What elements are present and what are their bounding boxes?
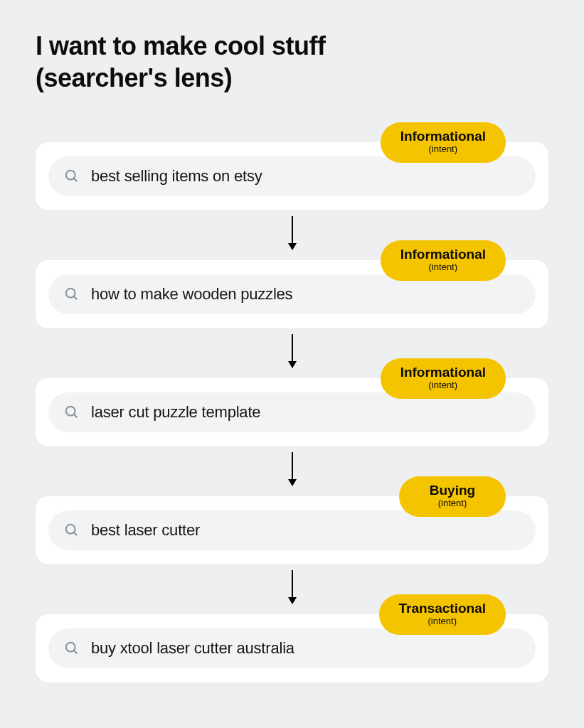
- search-query: buy xtool laser cutter australia: [91, 639, 294, 658]
- svg-marker-3: [288, 243, 297, 250]
- svg-point-4: [66, 289, 75, 298]
- intent-subtext: (intent): [419, 498, 486, 508]
- search-icon: [64, 523, 80, 538]
- search-query: best selling items on etsy: [91, 167, 262, 186]
- intent-label: Informational: [400, 129, 486, 144]
- svg-marker-7: [288, 361, 297, 368]
- svg-line-5: [74, 296, 78, 300]
- intent-label: Informational: [400, 365, 486, 380]
- search-step: Buying (intent) best laser cutter: [36, 496, 548, 564]
- intent-badge: Transactional (intent): [379, 594, 506, 635]
- search-query: laser cut puzzle template: [91, 403, 260, 422]
- svg-line-9: [74, 414, 78, 418]
- svg-marker-11: [288, 479, 297, 486]
- search-step: Transactional (intent) buy xtool laser c…: [36, 614, 548, 682]
- svg-point-0: [66, 171, 75, 180]
- search-flow: Informational (intent) best selling item…: [36, 131, 548, 682]
- svg-point-16: [66, 643, 75, 652]
- intent-badge: Informational (intent): [381, 358, 506, 399]
- search-query: best laser cutter: [91, 521, 200, 540]
- search-icon: [64, 287, 80, 302]
- title-line-1: I want to make cool stuff: [36, 31, 326, 60]
- page-title: I want to make cool stuff (searcher's le…: [36, 30, 548, 94]
- search-step: Informational (intent) best selling item…: [36, 142, 548, 210]
- search-icon: [64, 405, 80, 420]
- intent-subtext: (intent): [400, 262, 486, 272]
- intent-subtext: (intent): [400, 380, 486, 390]
- title-line-2: (searcher's lens): [36, 63, 232, 92]
- search-icon: [64, 168, 80, 184]
- svg-line-17: [74, 651, 78, 654]
- intent-label: Informational: [400, 247, 486, 262]
- svg-marker-15: [288, 597, 297, 604]
- search-query: how to make wooden puzzles: [91, 285, 292, 304]
- intent-label: Transactional: [399, 601, 487, 616]
- svg-point-12: [66, 525, 75, 534]
- svg-point-8: [66, 407, 75, 416]
- intent-badge: Buying (intent): [399, 476, 506, 517]
- intent-badge: Informational (intent): [381, 122, 506, 163]
- search-step: Informational (intent) how to make woode…: [36, 260, 548, 328]
- search-icon: [64, 641, 80, 656]
- intent-subtext: (intent): [399, 616, 487, 626]
- intent-subtext: (intent): [400, 144, 486, 154]
- intent-label: Buying: [419, 483, 486, 498]
- svg-line-1: [74, 178, 78, 182]
- search-step: Informational (intent) laser cut puzzle …: [36, 378, 548, 446]
- intent-badge: Informational (intent): [381, 240, 506, 281]
- svg-line-13: [74, 532, 78, 536]
